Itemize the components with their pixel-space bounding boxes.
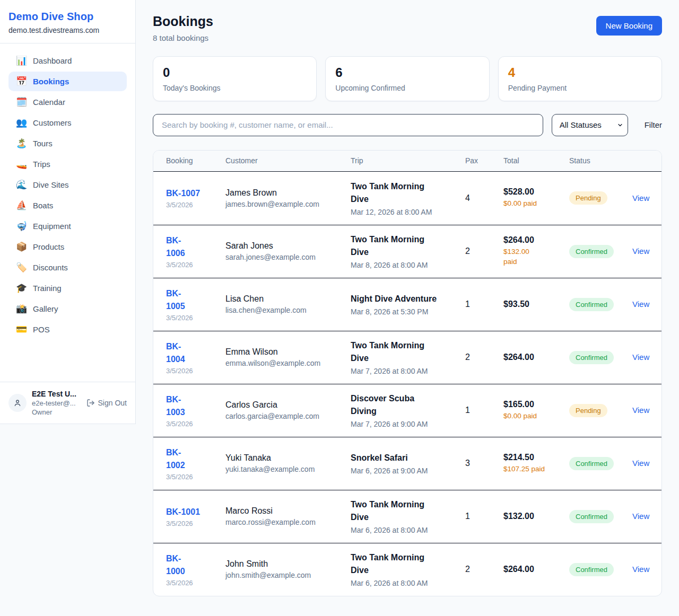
- customer-email: yuki.tanaka@example.com: [225, 465, 351, 473]
- view-link[interactable]: View: [632, 193, 649, 203]
- sidebar-item-equipment[interactable]: 🤿 Equipment: [8, 216, 127, 236]
- table-row: BK-1007 3/5/2026 James Brown james.brown…: [153, 172, 661, 225]
- sidebar-item-products[interactable]: 📦 Products: [8, 237, 127, 257]
- stats-row: 0 Today's Bookings 6 Upcoming Confirmed …: [153, 56, 662, 101]
- user-email: e2e-tester@...: [32, 399, 81, 407]
- status-filter-select[interactable]: All Statuses: [552, 114, 628, 136]
- view-link[interactable]: View: [632, 565, 649, 574]
- booking-id-link[interactable]: BK- 1006: [166, 234, 185, 260]
- customer-name: Carlos Garcia: [225, 400, 351, 410]
- trip-name: Discover Scuba Diving: [351, 392, 441, 418]
- booking-date: 3/5/2026: [166, 201, 225, 209]
- customer-email: marco.rossi@example.com: [225, 518, 351, 526]
- sidebar-item-bookings[interactable]: 📅 Bookings: [8, 72, 127, 91]
- booking-date: 3/5/2026: [166, 261, 225, 269]
- pax-count: 1: [465, 512, 503, 521]
- pax-count: 1: [465, 406, 503, 415]
- view-link[interactable]: View: [632, 353, 649, 362]
- total-amount: $264.00: [503, 353, 569, 362]
- trip-name: Two Tank Morning Dive: [351, 498, 441, 524]
- table-row: BK- 1000 3/5/2026 John Smith john.smith@…: [153, 543, 661, 596]
- total-amount: $165.00: [503, 400, 569, 409]
- new-booking-button[interactable]: New Booking: [596, 16, 662, 36]
- user-info: E2E Test U... e2e-tester@... Owner: [32, 390, 81, 416]
- wave-icon: 🌊: [16, 180, 27, 189]
- view-link[interactable]: View: [632, 512, 649, 521]
- table-header-row: Booking Customer Trip Pax Total Status: [153, 151, 661, 172]
- sign-out-label: Sign Out: [98, 399, 127, 407]
- shop-domain: demo.test.divestreams.com: [8, 26, 127, 34]
- booking-id-link[interactable]: BK- 1002: [166, 446, 185, 472]
- trip-datetime: Mar 8, 2026 at 5:30 PM: [351, 307, 465, 316]
- sign-out-button[interactable]: Sign Out: [86, 399, 127, 407]
- table-body: BK-1007 3/5/2026 James Brown james.brown…: [153, 172, 661, 596]
- sidebar-item-discounts[interactable]: 🏷️ Discounts: [8, 258, 127, 277]
- page-header: Bookings 8 total bookings New Booking: [153, 14, 662, 42]
- sidebar-user-footer: E2E Test U... e2e-tester@... Owner Sign …: [0, 382, 135, 424]
- total-amount: $214.50: [503, 453, 569, 462]
- search-input[interactable]: [153, 114, 543, 136]
- sidebar-item-pos[interactable]: 💳 POS: [8, 320, 127, 339]
- booking-id-link[interactable]: BK- 1005: [166, 287, 185, 313]
- customer-email: emma.wilson@example.com: [225, 359, 351, 367]
- booking-id-link[interactable]: BK-1007: [166, 187, 200, 200]
- customer-name: John Smith: [225, 559, 351, 569]
- stat-value: 4: [508, 65, 652, 81]
- booking-date: 3/5/2026: [166, 579, 225, 587]
- booking-id-link[interactable]: BK- 1004: [166, 340, 185, 366]
- booking-id-link[interactable]: BK- 1003: [166, 393, 185, 419]
- sidebar-item-dashboard[interactable]: 📊 Dashboard: [8, 51, 127, 71]
- sidebar-item-training[interactable]: 🎓 Training: [8, 278, 127, 298]
- customer-email: lisa.chen@example.com: [225, 306, 351, 314]
- column-header-customer: Customer: [225, 156, 351, 165]
- person-icon: [13, 399, 22, 407]
- view-link[interactable]: View: [632, 406, 649, 415]
- status-badge: Confirmed: [569, 298, 614, 311]
- sidebar-item-gallery[interactable]: 📸 Gallery: [8, 299, 127, 319]
- paid-amount: $0.00 paid: [503, 199, 546, 209]
- sidebar-item-tours[interactable]: 🏝️ Tours: [8, 134, 127, 153]
- pax-count: 2: [465, 565, 503, 574]
- customer-email: james.brown@example.com: [225, 200, 351, 208]
- view-link[interactable]: View: [632, 247, 649, 256]
- trip-datetime: Mar 7, 2026 at 8:00 AM: [351, 367, 465, 375]
- pax-count: 2: [465, 353, 503, 362]
- stat-card-upcoming-confirmed: 6 Upcoming Confirmed: [325, 56, 489, 101]
- booking-date: 3/5/2026: [166, 420, 225, 428]
- page-subtitle: 8 total bookings: [153, 33, 213, 42]
- paid-amount: $132.00 paid: [503, 247, 546, 267]
- pax-count: 4: [465, 193, 503, 203]
- stat-value: 6: [335, 65, 479, 81]
- sidebar-item-boats[interactable]: ⛵ Boats: [8, 196, 127, 215]
- sidebar-item-customers[interactable]: 👥 Customers: [8, 113, 127, 133]
- column-header-pax: Pax: [465, 156, 503, 165]
- customer-email: carlos.garcia@example.com: [225, 412, 351, 420]
- status-badge: Confirmed: [569, 510, 614, 523]
- total-amount: $528.00: [503, 187, 569, 197]
- filter-row: All Statuses Filter: [153, 114, 662, 136]
- sidebar-item-dive-sites[interactable]: 🌊 Dive Sites: [8, 175, 127, 195]
- column-header-booking: Booking: [166, 156, 225, 165]
- sidebar-nav: 📊 Dashboard 📅 Bookings 🗓️ Calendar 👥 Cus…: [0, 43, 135, 382]
- booking-id-link[interactable]: BK-1001: [166, 506, 200, 518]
- table-row: BK- 1002 3/5/2026 Yuki Tanaka yuki.tanak…: [153, 437, 661, 490]
- shop-header: Demo Dive Shop demo.test.divestreams.com: [0, 0, 135, 43]
- view-link[interactable]: View: [632, 300, 649, 309]
- column-header-total: Total: [503, 156, 569, 165]
- package-icon: 📦: [16, 242, 27, 251]
- diving-mask-icon: 🤿: [16, 222, 27, 231]
- view-link[interactable]: View: [632, 459, 649, 468]
- total-amount: $264.00: [503, 565, 569, 574]
- table-row: BK- 1003 3/5/2026 Carlos Garcia carlos.g…: [153, 384, 661, 437]
- sidebar-item-trips[interactable]: 🚤 Trips: [8, 154, 127, 174]
- user-name: E2E Test U...: [32, 390, 81, 398]
- total-amount: $264.00: [503, 235, 569, 245]
- sidebar-item-calendar[interactable]: 🗓️ Calendar: [8, 92, 127, 112]
- user-role: Owner: [32, 408, 81, 416]
- trip-datetime: Mar 8, 2026 at 8:00 AM: [351, 261, 465, 269]
- trip-name: Snorkel Safari: [351, 452, 441, 464]
- customer-name: James Brown: [225, 188, 351, 198]
- page-title: Bookings: [153, 14, 213, 29]
- filter-button[interactable]: Filter: [645, 120, 662, 129]
- booking-id-link[interactable]: BK- 1000: [166, 552, 185, 578]
